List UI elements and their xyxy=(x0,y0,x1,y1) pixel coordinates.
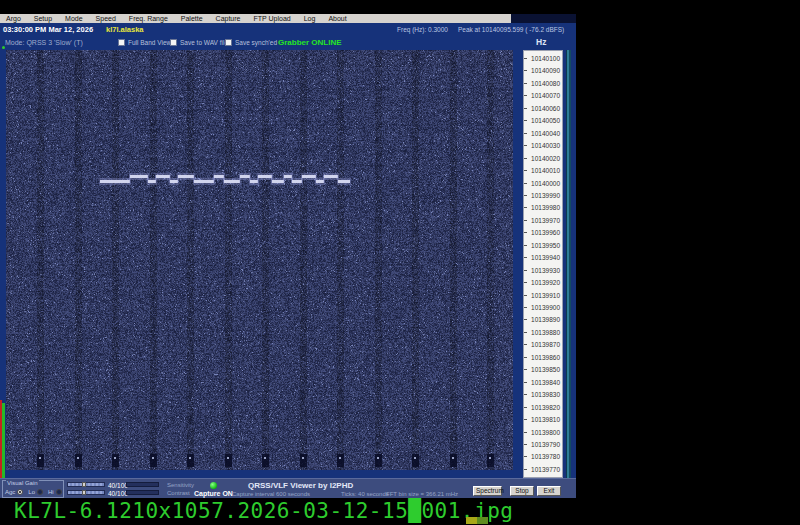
freq-scale-tick xyxy=(524,257,527,258)
checkbox-save-to-wav-file[interactable]: Save to WAV file xyxy=(170,39,228,46)
freq-scale-label: 10139920 xyxy=(524,279,560,286)
radio-agc[interactable]: Agc xyxy=(5,489,23,495)
menu-bar-filler xyxy=(511,14,576,23)
freq-scale-label: 10139800 xyxy=(524,429,560,436)
checkbox-box[interactable] xyxy=(118,39,125,46)
freq-scale-tick xyxy=(524,108,527,109)
radio-circle[interactable] xyxy=(17,489,23,495)
freq-scale-tick xyxy=(524,432,527,433)
freq-scale-label: 10139840 xyxy=(524,379,560,386)
freq-scale-label: 10139930 xyxy=(524,267,560,274)
capture-status: Capture ON xyxy=(194,490,233,497)
freq-scale-label: 10140000 xyxy=(524,180,560,187)
freq-scale-label: 10139790 xyxy=(524,441,560,448)
app-title: QRSS/VLF Viewer by I2PHD xyxy=(248,481,353,490)
freq-scale-label: 10139980 xyxy=(524,204,560,211)
freq-scale-tick xyxy=(524,394,527,395)
checkbox-box[interactable] xyxy=(225,39,232,46)
freq-scale-tick xyxy=(524,170,527,171)
freq-scale-tick xyxy=(524,407,527,408)
freq-scale-label: 10139770 xyxy=(524,466,560,473)
stop-button[interactable]: Stop xyxy=(510,486,534,496)
contrast-value: 40/100 xyxy=(108,490,128,497)
freq-scale-tick xyxy=(524,195,527,196)
menu-item-speed[interactable]: Speed xyxy=(96,15,116,23)
peak-readout: Peak at 10140095.599 ( -76.2 dBFS) xyxy=(458,26,564,33)
signal-indicator-green xyxy=(2,403,5,478)
screen: ArgoSetupModeSpeedFreq. RangePaletteCapt… xyxy=(0,0,800,525)
freq-scale-tick xyxy=(524,133,527,134)
visual-gain-title: Visual Gain xyxy=(6,480,39,486)
freq-scale-tick xyxy=(524,357,527,358)
contrast-slider-thumb[interactable] xyxy=(82,490,86,495)
radio-label: Agc xyxy=(5,489,15,495)
menu-item-log[interactable]: Log xyxy=(304,15,316,23)
grab-filename: KL7L-6.1210x1057.2026-03-12-15█001.jpg xyxy=(14,499,513,523)
capture-led-icon xyxy=(210,482,217,489)
mode-led-icon xyxy=(2,46,5,49)
freq-scale-tick xyxy=(524,282,527,283)
scale-unit-label: Hz xyxy=(536,37,546,47)
menu-item-mode[interactable]: Mode xyxy=(65,15,83,23)
radio-lo[interactable]: Lo xyxy=(28,489,43,495)
checkbox-box[interactable] xyxy=(170,39,177,46)
menu-item-argo[interactable]: Argo xyxy=(6,15,21,23)
grabber-status: Grabber ONLINE xyxy=(278,38,342,47)
menu-item-ftp-upload[interactable]: FTP Upload xyxy=(253,15,290,23)
spectrum-button[interactable]: Spectrum xyxy=(473,486,502,496)
level-indicator-bar xyxy=(566,50,571,478)
freq-scale-tick xyxy=(524,83,527,84)
freq-scale-label: 10139890 xyxy=(524,316,560,323)
freq-scale-tick xyxy=(524,419,527,420)
exit-button[interactable]: Exit xyxy=(537,486,561,496)
menu-item-setup[interactable]: Setup xyxy=(34,15,52,23)
argo-window: ArgoSetupModeSpeedFreq. RangePaletteCapt… xyxy=(0,14,576,498)
radio-label: Lo xyxy=(28,489,35,495)
radio-circle[interactable] xyxy=(37,489,43,495)
clock-datetime: 03:30:00 PM Mar 12, 2026 xyxy=(3,25,93,34)
freq-scale-tick xyxy=(524,158,527,159)
freq-scale-label: 10139900 xyxy=(524,304,560,311)
freq-scale-tick xyxy=(524,307,527,308)
sensitivity-label: Sensitivity xyxy=(167,482,194,488)
freq-scale-label: 10140010 xyxy=(524,167,560,174)
freq-scale-label: 10140070 xyxy=(524,92,560,99)
freq-scale-label: 10139870 xyxy=(524,341,560,348)
freq-scale-tick xyxy=(524,220,527,221)
radio-label: Hi xyxy=(48,489,54,495)
menu-item-palette[interactable]: Palette xyxy=(181,15,203,23)
freq-scale-tick xyxy=(524,207,527,208)
freq-scale-label: 10139780 xyxy=(524,453,560,460)
freq-scale-tick xyxy=(524,295,527,296)
freq-scale-tick xyxy=(524,469,527,470)
menu-item-about[interactable]: About xyxy=(328,15,346,23)
checkbox-full-band-view[interactable]: Full Band View xyxy=(118,39,171,46)
radio-circle[interactable] xyxy=(56,489,62,495)
freq-scale-label: 10139970 xyxy=(524,217,560,224)
freq-scale-tick xyxy=(524,58,527,59)
sensitivity-slider-thumb[interactable] xyxy=(82,482,86,487)
freq-scale-label: 10140040 xyxy=(524,130,560,137)
checkbox-label: Save to WAV file xyxy=(180,39,228,46)
capture-interval-info: Capture interval 600 seconds xyxy=(232,491,310,497)
freq-scale-label: 10140080 xyxy=(524,80,560,87)
freq-scale-label: 10140090 xyxy=(524,67,560,74)
checkbox-label: Full Band View xyxy=(128,39,171,46)
visual-gain-groupbox: Visual Gain AgcLoHi xyxy=(2,480,64,498)
freq-scale-tick xyxy=(524,183,527,184)
freq-scale-tick xyxy=(524,145,527,146)
info-bar: 03:30:00 PM Mar 12, 2026 kl7l.alaska Fre… xyxy=(0,23,576,36)
contrast-slider[interactable] xyxy=(67,490,105,495)
menu-item-capture[interactable]: Capture xyxy=(216,15,241,23)
sensitivity-value: 40/100 xyxy=(108,482,128,489)
menu-item-freq-range[interactable]: Freq. Range xyxy=(129,15,168,23)
checkbox-save-synch-ed[interactable]: Save synch'ed xyxy=(225,39,277,46)
freq-scale-label: 10139830 xyxy=(524,391,560,398)
ticks-info: Ticks: 40 seconds xyxy=(341,491,389,497)
freq-scale-tick xyxy=(524,456,527,457)
freq-scale-label: 10139810 xyxy=(524,416,560,423)
waterfall-display[interactable] xyxy=(6,50,513,470)
radio-hi[interactable]: Hi xyxy=(48,489,62,495)
sensitivity-slider[interactable] xyxy=(67,482,105,487)
freq-scale-tick xyxy=(524,332,527,333)
